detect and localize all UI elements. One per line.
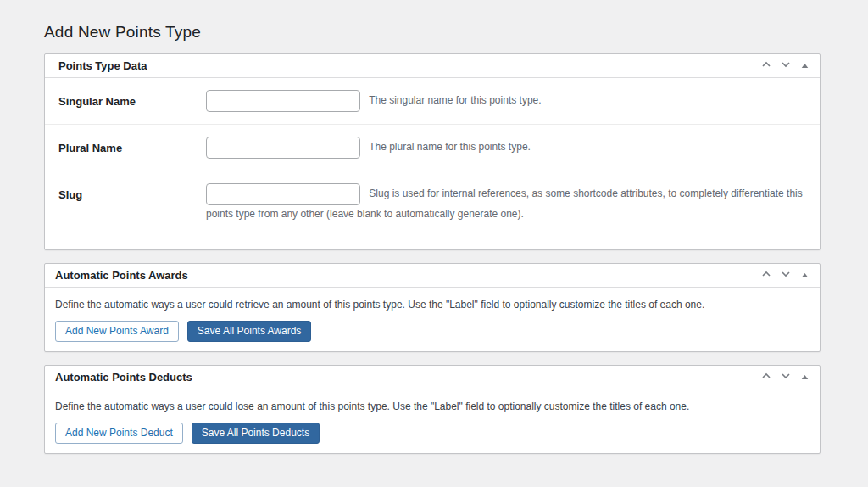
metabox-header: Automatic Points Deducts: [45, 366, 820, 389]
field-label: Singular Name: [58, 90, 206, 112]
field-label: Slug: [58, 183, 206, 222]
field-area: The singular name for this points type.: [206, 90, 806, 112]
metabox-header: Points Type Data: [45, 54, 820, 78]
chevron-up-icon: [760, 268, 772, 283]
triangle-up-icon: [801, 59, 809, 72]
metabox-points-type-data: Points Type Data: [44, 53, 821, 250]
form-row-plural-name: Plural Name The plural name for this poi…: [45, 125, 820, 171]
move-up-button[interactable]: [756, 266, 776, 285]
add-new-points-deduct-button[interactable]: Add New Points Deduct: [55, 423, 183, 444]
field-description: The singular name for this points type.: [369, 94, 541, 106]
save-all-points-awards-button[interactable]: Save All Points Awards: [187, 321, 312, 342]
chevron-up-icon: [760, 59, 772, 73]
chevron-up-icon: [760, 370, 772, 384]
plural-name-input[interactable]: [206, 137, 360, 159]
singular-name-input[interactable]: [206, 90, 360, 112]
metabox-controls: [756, 266, 815, 285]
move-up-button[interactable]: [756, 368, 776, 387]
metabox-title: Points Type Data: [58, 59, 147, 72]
save-all-points-deducts-button[interactable]: Save All Points Deducts: [192, 423, 320, 444]
button-row: Add New Points Deduct Save All Points De…: [55, 423, 810, 445]
metabox-body: Define the automatic ways a user could r…: [45, 288, 820, 351]
metabox-description: Define the automatic ways a user could r…: [55, 299, 810, 311]
chevron-down-icon: [780, 59, 792, 73]
field-description: The plural name for this points type.: [369, 141, 531, 153]
metabox-automatic-points-deducts: Automatic Points Deducts: [44, 365, 821, 454]
form-row-slug: Slug Slug is used for internal reference…: [45, 171, 820, 249]
move-up-button[interactable]: [756, 57, 776, 76]
field-area: The plural name for this points type.: [206, 137, 806, 159]
metabox-controls: [756, 57, 815, 76]
metabox-title: Automatic Points Deducts: [55, 371, 192, 383]
chevron-down-icon: [780, 268, 792, 283]
form-row-singular-name: Singular Name The singular name for this…: [45, 78, 820, 125]
slug-input[interactable]: [206, 183, 360, 205]
field-area: Slug is used for internal references, as…: [206, 183, 806, 222]
metabox-controls: [756, 368, 815, 387]
move-down-button[interactable]: [776, 57, 795, 76]
metabox-body: Define the automatic ways a user could l…: [45, 389, 820, 453]
metabox-description: Define the automatic ways a user could l…: [55, 400, 810, 412]
page-title: Add New Points Type: [44, 23, 821, 42]
metabox-automatic-points-awards: Automatic Points Awards: [44, 263, 821, 352]
toggle-panel-button[interactable]: [795, 266, 815, 285]
field-label: Plural Name: [58, 137, 206, 159]
button-row: Add New Points Award Save All Points Awa…: [55, 321, 810, 344]
triangle-up-icon: [801, 371, 809, 383]
toggle-panel-button[interactable]: [795, 368, 815, 387]
triangle-up-icon: [801, 269, 809, 282]
move-down-button[interactable]: [776, 368, 795, 387]
metabox-body: Singular Name The singular name for this…: [45, 78, 820, 249]
move-down-button[interactable]: [776, 266, 795, 285]
metabox-header: Automatic Points Awards: [45, 264, 820, 288]
toggle-panel-button[interactable]: [795, 57, 815, 76]
chevron-down-icon: [780, 370, 792, 384]
metabox-title: Automatic Points Awards: [55, 269, 188, 282]
add-new-points-award-button[interactable]: Add New Points Award: [55, 321, 179, 342]
admin-page-content: Add New Points Type Points Type Data: [44, 0, 821, 454]
